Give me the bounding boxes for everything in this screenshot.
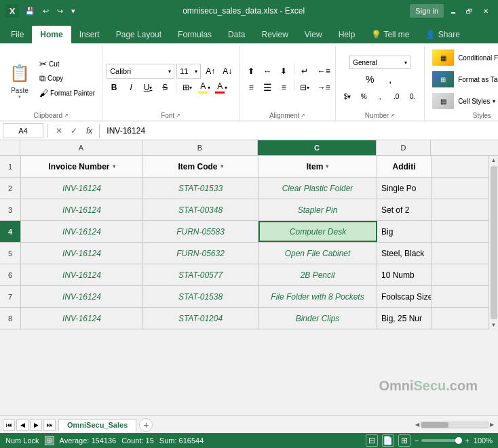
cell-a5[interactable]: INV-16124 xyxy=(21,243,143,264)
cell-c3[interactable]: Stapler Pin xyxy=(258,199,377,220)
sheet-next-btn[interactable]: ▶ xyxy=(30,419,42,431)
scroll-down-btn[interactable]: ▼ xyxy=(490,321,498,329)
normal-view-icon[interactable]: ⊞ xyxy=(45,436,54,445)
cell-d3[interactable]: Set of 2 xyxy=(377,199,432,220)
cell-d6[interactable]: 10 Numb xyxy=(377,264,432,285)
merge-btn[interactable]: ⊟▾ xyxy=(297,80,312,95)
scroll-thumb-v[interactable] xyxy=(491,166,497,319)
header-invoice[interactable]: Invoice Number ▾ xyxy=(21,156,143,177)
itemcode-filter-arrow[interactable]: ▾ xyxy=(221,163,223,169)
col-header-a[interactable]: A xyxy=(20,140,142,155)
cell-d8[interactable]: Big, 25 Nur xyxy=(377,308,432,329)
cell-c2[interactable]: Clear Plastic Folder xyxy=(258,178,377,199)
formula-input[interactable] xyxy=(104,126,495,136)
cell-a2[interactable]: INV-16124 xyxy=(21,178,143,199)
cell-b2[interactable]: STAT-01533 xyxy=(143,178,258,199)
alignment-expand-btn[interactable]: ↗ xyxy=(301,113,305,119)
cell-b4[interactable]: FURN-05583 xyxy=(143,221,258,242)
page-break-view-btn[interactable]: ⊞ xyxy=(398,434,410,447)
sign-in-btn[interactable]: Sign in xyxy=(410,4,444,18)
comma-button[interactable]: , xyxy=(381,70,399,88)
decrease-decimal-btn[interactable]: .0 xyxy=(389,89,404,103)
header-additional[interactable]: Additi xyxy=(377,156,432,177)
format-as-table-button[interactable]: ⊞ Format as Table ▾ xyxy=(429,69,498,89)
cell-styles-button[interactable]: ▤ Cell Styles ▾ xyxy=(429,91,498,111)
increase-decimal-btn[interactable]: 0. xyxy=(405,89,420,103)
tab-share[interactable]: 👤 Share xyxy=(417,26,467,43)
tab-formulas[interactable]: Formulas xyxy=(170,26,220,43)
number-expand-btn[interactable]: ↗ xyxy=(390,113,395,119)
wrap-text-btn[interactable]: ↵ xyxy=(297,64,312,79)
restore-btn[interactable]: 🗗 xyxy=(463,4,476,18)
col-header-b[interactable]: B xyxy=(142,140,258,155)
cell-c8[interactable]: Binder Clips xyxy=(258,308,377,329)
row-header-8[interactable]: 8 xyxy=(0,308,20,329)
comma-style-btn[interactable]: , xyxy=(372,89,387,103)
header-item[interactable]: Item ▾ xyxy=(258,156,377,177)
cell-b7[interactable]: STAT-01538 xyxy=(143,286,258,307)
cell-a8[interactable]: INV-16124 xyxy=(21,308,143,329)
save-qat-btn[interactable]: 💾 xyxy=(23,5,37,17)
cell-b3[interactable]: STAT-00348 xyxy=(143,199,258,220)
percent-button[interactable]: % xyxy=(361,70,379,88)
copy-button[interactable]: ⧉ Copy xyxy=(37,72,98,85)
font-expand-btn[interactable]: ↗ xyxy=(176,113,180,119)
top-align-btn[interactable]: ⬆ xyxy=(244,64,258,79)
confirm-formula-btn[interactable]: ✓ xyxy=(67,124,81,138)
cell-b8[interactable]: STAT-01204 xyxy=(143,308,258,329)
sheet-first-btn[interactable]: ⏮ xyxy=(3,419,15,431)
border-button[interactable]: ⊞▾ xyxy=(180,80,195,95)
invoice-filter-arrow[interactable]: ▾ xyxy=(113,163,115,169)
tab-review[interactable]: Review xyxy=(253,26,296,43)
scroll-up-btn[interactable]: ▲ xyxy=(490,156,498,165)
undo-btn[interactable]: ↩ xyxy=(41,5,51,17)
tab-insert[interactable]: Insert xyxy=(71,26,108,43)
paste-button[interactable]: 📋 Paste ▾ xyxy=(4,58,35,102)
cell-a4[interactable]: INV-16124 xyxy=(21,221,143,242)
middle-align-btn[interactable]: ↔ xyxy=(260,64,275,79)
sheet-tab-omnisecu[interactable]: OmniSecu_Sales xyxy=(58,419,136,432)
decrease-indent-btn[interactable]: ←≡ xyxy=(316,64,331,79)
cell-d2[interactable]: Single Po xyxy=(377,178,432,199)
horizontal-scrollbar[interactable] xyxy=(421,422,489,428)
row-header-6[interactable]: 6 xyxy=(0,264,20,286)
tab-view[interactable]: View xyxy=(296,26,330,43)
number-format-dropdown[interactable]: General ▾ xyxy=(349,56,410,69)
currency-btn[interactable]: $▾ xyxy=(340,89,355,103)
hscroll-right-btn[interactable]: ▶ xyxy=(489,422,495,428)
row-header-5[interactable]: 5 xyxy=(0,243,20,264)
cancel-formula-btn[interactable]: ✕ xyxy=(52,124,66,138)
cell-b5[interactable]: FURN-05632 xyxy=(143,243,258,264)
cell-reference-box[interactable]: A4 xyxy=(3,123,43,138)
row-header-2[interactable]: 2 xyxy=(0,178,20,199)
tab-data[interactable]: Data xyxy=(220,26,253,43)
normal-view-btn[interactable]: ⊟ xyxy=(366,434,378,447)
tab-help[interactable]: Help xyxy=(330,26,364,43)
font-color-button[interactable]: A ▾ xyxy=(214,80,229,95)
cell-c7[interactable]: File Folder with 8 Pockets xyxy=(258,286,377,307)
row-header-1[interactable]: 1 xyxy=(0,156,20,178)
center-align-btn[interactable]: ☰ xyxy=(260,80,275,95)
cell-a3[interactable]: INV-16124 xyxy=(21,199,143,220)
zoom-slider[interactable] xyxy=(421,439,462,442)
cell-a6[interactable]: INV-16124 xyxy=(21,264,143,285)
header-item-code[interactable]: Item Code ▾ xyxy=(143,156,258,177)
strikethrough-button[interactable]: S xyxy=(157,80,172,95)
cell-c6[interactable]: 2B Pencil xyxy=(258,264,377,285)
vertical-scrollbar[interactable]: ▲ ▼ xyxy=(489,156,498,329)
zoom-minus[interactable]: − xyxy=(415,436,419,445)
close-btn[interactable]: ✕ xyxy=(479,4,493,18)
sheet-prev-btn[interactable]: ◀ xyxy=(16,419,28,431)
font-family-dropdown[interactable]: Calibri ▾ xyxy=(107,64,174,79)
italic-button[interactable]: I xyxy=(123,80,138,95)
page-layout-view-btn[interactable]: 📄 xyxy=(382,434,394,447)
fill-color-button[interactable]: A ▾ xyxy=(197,80,212,95)
increase-font-btn[interactable]: A↑ xyxy=(203,64,218,79)
hscroll-thumb[interactable] xyxy=(421,422,448,428)
cell-c5[interactable]: Open File Cabinet xyxy=(258,243,377,264)
row-header-7[interactable]: 7 xyxy=(0,286,20,308)
redo-btn[interactable]: ↪ xyxy=(55,5,65,17)
conditional-formatting-button[interactable]: ▦ Conditional Formatting ▾ xyxy=(429,47,498,68)
add-sheet-btn[interactable]: + xyxy=(139,418,153,432)
cell-a7[interactable]: INV-16124 xyxy=(21,286,143,307)
